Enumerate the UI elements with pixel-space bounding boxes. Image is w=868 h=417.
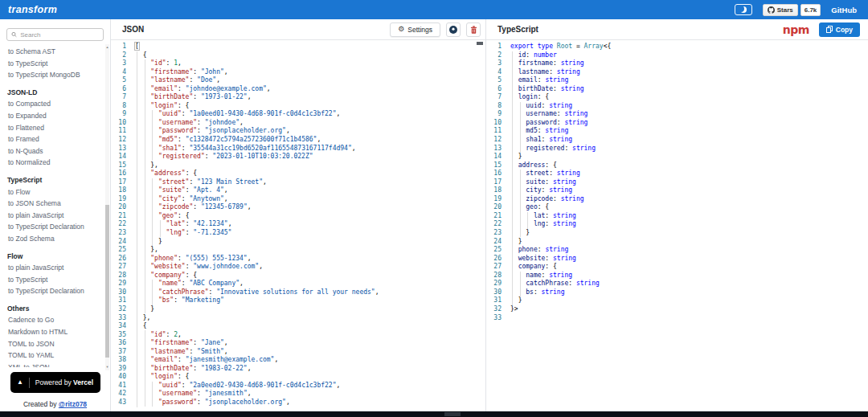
sidebar-item[interactable]: to Compacted xyxy=(7,98,102,110)
sidebar-item[interactable]: Markdown to HTML xyxy=(7,326,102,338)
indent-guide xyxy=(512,51,513,305)
github-link[interactable]: GitHub xyxy=(831,6,857,14)
code-line: 26 website: string xyxy=(486,255,868,264)
line-number: 15 xyxy=(111,161,126,170)
line-number: 2 xyxy=(486,51,502,60)
line-number: 33 xyxy=(111,314,126,323)
indent-guide xyxy=(527,212,528,229)
code-line: 9 username: string xyxy=(486,110,868,119)
code-line: 12 "md5": "c1328472c5794a25723600f71c1b4… xyxy=(111,136,485,145)
sidebar-section-header: JSON-LD xyxy=(7,87,102,99)
clear-button[interactable] xyxy=(466,22,481,37)
circle-glyph-button[interactable] xyxy=(446,22,461,37)
typescript-code-editor[interactable]: 1export type Root = Array<{2 id: number3… xyxy=(486,40,868,411)
code-line: 17 suite: string xyxy=(486,178,868,187)
code-line: 25 phone: string xyxy=(486,246,868,255)
sidebar-item[interactable]: to Flattened xyxy=(7,122,102,134)
code-line: 27 "website": "www.johndoe.com", xyxy=(111,263,485,272)
line-number: 19 xyxy=(486,195,502,204)
typescript-panel: TypeScript npm Copy 1export type Root = … xyxy=(485,19,868,411)
settings-label: Settings xyxy=(407,26,432,34)
line-number: 9 xyxy=(111,110,126,119)
sidebar-item[interactable]: to TypeScript Declaration xyxy=(7,285,102,297)
code-line: 11 md5: string xyxy=(486,127,868,136)
sidebar-footer: ▲ Powered by Vercel Created by @ritz078 xyxy=(0,372,110,408)
dark-mode-toggle[interactable] xyxy=(735,4,752,15)
indent-guide xyxy=(145,330,145,407)
sidebar-item[interactable]: to plain JavaScript xyxy=(7,210,102,222)
code-line: 8 "login": { xyxy=(111,102,485,111)
star-count-badge[interactable]: 6.7k xyxy=(800,4,821,16)
code-line: 32}> xyxy=(486,305,868,314)
sidebar-item[interactable]: to Flow xyxy=(7,186,102,198)
github-star-button[interactable]: Stars xyxy=(763,4,798,16)
line-number: 11 xyxy=(111,127,126,136)
json-code-editor[interactable]: 1[2 {3 "id": 1,4 "firstname": "John",5 "… xyxy=(111,40,485,411)
settings-button[interactable]: ⚙ Settings xyxy=(390,22,440,37)
code-line: 18 "suite": "Apt. 4", xyxy=(111,186,485,195)
line-number: 6 xyxy=(111,85,126,94)
code-line: 9 "uuid": "1a0eed01-9430-4d68-901f-c0d4c… xyxy=(111,110,485,119)
sidebar-item[interactable]: to TypeScript Declaration xyxy=(7,221,102,233)
search-icon xyxy=(11,31,17,38)
code-line: 3 "id": 1, xyxy=(111,59,485,68)
code-line: 1export type Root = Array<{ xyxy=(486,43,868,51)
main-layout: to Schema ASTto TypeScriptto TypeScript … xyxy=(0,19,868,411)
sidebar-item[interactable]: to Schema AST xyxy=(7,46,102,58)
code-line: 13 registered: string xyxy=(486,145,868,153)
code-line: 24 } xyxy=(486,238,868,247)
scrollbar-thumb[interactable] xyxy=(105,205,109,358)
sidebar-item[interactable]: TOML to JSON xyxy=(7,338,102,350)
sidebar-nav: to Schema ASTto TypeScriptto TypeScript … xyxy=(0,43,110,367)
powered-by-vercel-badge[interactable]: ▲ Powered by Vercel xyxy=(10,372,100,393)
code-line: 15 address: { xyxy=(486,161,868,170)
line-number: 3 xyxy=(111,59,126,68)
line-number: 37 xyxy=(111,348,126,357)
search-input[interactable] xyxy=(20,31,99,39)
code-line: 41 "uuid": "2a0eed02-9430-4d68-901f-c0d4… xyxy=(111,382,485,390)
line-number: 39 xyxy=(111,365,126,374)
sidebar-item[interactable]: to TypeScript xyxy=(7,274,102,286)
code-line: 10 "username": "johndoe", xyxy=(111,119,485,128)
json-panel-header: JSON ⚙ Settings xyxy=(111,19,485,40)
scroll-down-icon[interactable]: ▼ xyxy=(105,364,109,370)
sidebar-item[interactable]: XML to JSON xyxy=(7,362,102,367)
line-number: 5 xyxy=(486,76,502,85)
horizontal-scrollbar-thumb[interactable] xyxy=(444,412,461,416)
sidebar-item[interactable]: to TypeScript MongoDB xyxy=(7,69,102,81)
sidebar-item[interactable]: TOML to YAML xyxy=(7,350,102,362)
code-line: 16 "address": { xyxy=(111,170,485,178)
sidebar-item[interactable]: to plain JavaScript xyxy=(7,262,102,274)
copy-button[interactable]: Copy xyxy=(819,22,860,37)
app-logo[interactable]: transform xyxy=(8,4,57,15)
line-number: 23 xyxy=(486,229,502,238)
sidebar-item[interactable]: to Zod Schema xyxy=(7,233,102,245)
sidebar-item[interactable]: Cadence to Go xyxy=(7,314,102,326)
code-line: 18 city: string xyxy=(486,186,868,195)
line-number: 33 xyxy=(486,314,502,323)
sidebar-item[interactable]: to Normalized xyxy=(7,157,102,169)
line-number: 17 xyxy=(111,178,126,187)
line-number: 14 xyxy=(486,153,502,161)
code-line: 8 uuid: string xyxy=(486,102,868,111)
author-link[interactable]: @ritz078 xyxy=(59,400,87,408)
code-line: 38 "email": "janesmith@example.com", xyxy=(111,356,485,365)
typescript-panel-header: TypeScript npm Copy xyxy=(486,19,868,40)
npm-logo[interactable]: npm xyxy=(783,23,809,36)
code-line: 22 lng: string xyxy=(486,220,868,229)
indent-guide xyxy=(520,102,521,153)
line-number: 20 xyxy=(111,203,126,212)
gear-icon: ⚙ xyxy=(398,26,404,33)
scroll-up-icon[interactable]: ▲ xyxy=(105,44,109,51)
code-line: 32 } xyxy=(111,305,485,314)
line-number: 10 xyxy=(486,119,502,128)
editor-scrollbar-thumb[interactable] xyxy=(477,42,483,45)
line-number: 36 xyxy=(111,339,126,348)
horizontal-scrollbar[interactable] xyxy=(0,411,868,417)
sidebar-item[interactable]: to Expanded xyxy=(7,110,102,122)
sidebar-item[interactable]: to JSON Schema xyxy=(7,198,102,210)
sidebar-scrollbar[interactable]: ▲ ▼ xyxy=(105,44,109,370)
sidebar-item[interactable]: to Framed xyxy=(7,133,102,145)
sidebar-item[interactable]: to N-Quads xyxy=(7,145,102,157)
sidebar-item[interactable]: to TypeScript xyxy=(7,58,102,70)
